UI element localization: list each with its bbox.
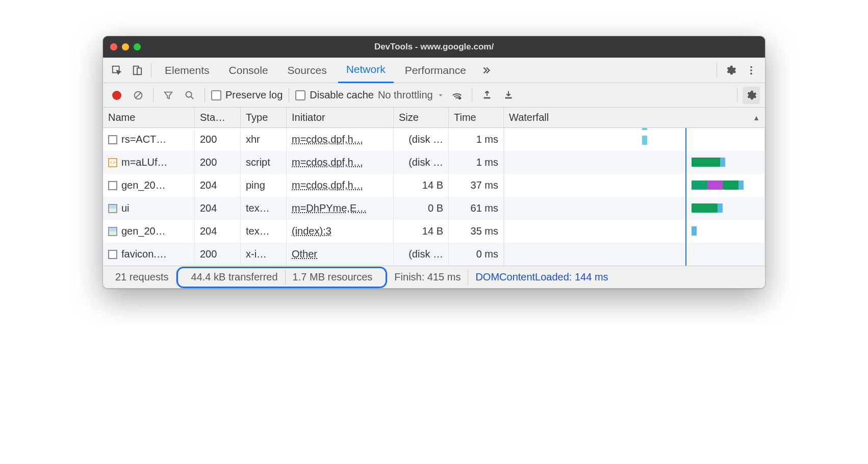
- document-file-icon: [108, 181, 117, 190]
- row-status: 204: [195, 174, 241, 197]
- image-file-icon: [108, 204, 117, 213]
- svg-point-8: [186, 91, 192, 97]
- network-table-header: Name Sta… Type Initiator Size Time Water…: [103, 108, 765, 128]
- row-size: 14 B: [394, 174, 449, 197]
- filter-icon[interactable]: [160, 87, 177, 104]
- svg-line-7: [136, 92, 141, 98]
- row-type: script: [241, 151, 287, 174]
- svg-point-3: [750, 66, 752, 68]
- row-waterfall: [504, 220, 765, 243]
- row-waterfall: [504, 128, 765, 151]
- col-type[interactable]: Type: [241, 108, 287, 127]
- table-row[interactable]: gen_20… 204 tex… (index):3 14 B 35 ms: [103, 220, 765, 243]
- disable-cache-checkbox[interactable]: Disable cache: [295, 89, 374, 101]
- row-initiator[interactable]: m=cdos,dpf,h…: [292, 179, 364, 191]
- network-table-body: rs=ACT… 200 xhr m=cdos,dpf,h… (disk … 1 …: [103, 128, 765, 266]
- inspect-element-icon[interactable]: [108, 62, 125, 79]
- divider: [289, 88, 289, 102]
- row-status: 204: [195, 197, 241, 220]
- zoom-window-button[interactable]: [134, 43, 141, 50]
- throttling-select[interactable]: No throttling: [378, 89, 444, 101]
- row-initiator[interactable]: m=DhPYme,E…: [292, 202, 367, 214]
- row-status: 200: [195, 243, 241, 266]
- kebab-menu-icon[interactable]: [743, 62, 760, 79]
- row-time: 37 ms: [449, 174, 504, 197]
- divider: [737, 88, 737, 102]
- col-name[interactable]: Name: [103, 108, 195, 127]
- row-status: 200: [195, 151, 241, 174]
- document-file-icon: [108, 250, 117, 259]
- preserve-log-checkbox[interactable]: Preserve log: [211, 89, 283, 101]
- divider: [472, 88, 472, 102]
- row-waterfall: [504, 197, 765, 220]
- table-row[interactable]: ui 204 tex… m=DhPYme,E… 0 B 61 ms: [103, 197, 765, 220]
- col-size[interactable]: Size: [394, 108, 449, 127]
- row-status: 204: [195, 220, 241, 243]
- row-initiator[interactable]: m=cdos,dpf,h…: [292, 134, 364, 145]
- row-time: 35 ms: [449, 220, 504, 243]
- col-waterfall[interactable]: Waterfall ▲: [504, 108, 765, 127]
- row-time: 1 ms: [449, 128, 504, 151]
- divider: [153, 88, 154, 102]
- row-initiator[interactable]: (index):3: [292, 225, 331, 237]
- tab-network[interactable]: Network: [338, 58, 394, 83]
- table-row[interactable]: rs=ACT… 200 xhr m=cdos,dpf,h… (disk … 1 …: [103, 128, 765, 151]
- search-icon[interactable]: [181, 87, 198, 104]
- table-row[interactable]: gen_20… 204 ping m=cdos,dpf,h… 14 B 37 m…: [103, 174, 765, 197]
- svg-line-9: [191, 96, 194, 99]
- table-row[interactable]: <>m=aLUf… 200 script m=cdos,dpf,h… (disk…: [103, 151, 765, 174]
- status-transferred: 44.4 kB transferred: [184, 270, 286, 285]
- row-type: xhr: [241, 128, 287, 151]
- row-type: tex…: [241, 197, 287, 220]
- col-time[interactable]: Time: [449, 108, 504, 127]
- row-size: (disk …: [394, 151, 449, 174]
- row-type: ping: [241, 174, 287, 197]
- devtools-tabbar: Elements Console Sources Network Perform…: [103, 58, 765, 83]
- row-name: rs=ACT…: [121, 134, 166, 145]
- row-status: 200: [195, 128, 241, 151]
- table-row[interactable]: favicon.… 200 x-i… Other (disk … 0 ms: [103, 243, 765, 266]
- row-time: 0 ms: [449, 243, 504, 266]
- record-button[interactable]: [108, 87, 125, 104]
- network-conditions-icon[interactable]: [448, 87, 466, 104]
- status-highlight: 44.4 kB transferred 1.7 MB resources: [176, 267, 388, 288]
- row-size: 14 B: [394, 220, 449, 243]
- network-settings-icon[interactable]: [743, 87, 760, 104]
- row-initiator[interactable]: Other: [292, 248, 317, 260]
- disable-cache-label: Disable cache: [310, 89, 374, 101]
- row-type: x-i…: [241, 243, 287, 266]
- tab-elements[interactable]: Elements: [157, 58, 218, 83]
- network-toolbar: Preserve log Disable cache No throttling: [103, 83, 765, 108]
- export-har-icon[interactable]: [500, 87, 517, 104]
- status-finish: Finish: 415 ms: [387, 270, 468, 285]
- row-name: m=aLUf…: [121, 157, 168, 168]
- clear-button[interactable]: [130, 87, 147, 104]
- col-status[interactable]: Sta…: [195, 108, 241, 127]
- chevron-down-icon: [437, 92, 444, 99]
- svg-point-10: [458, 96, 462, 99]
- col-initiator[interactable]: Initiator: [287, 108, 394, 127]
- divider: [151, 63, 151, 78]
- settings-icon[interactable]: [722, 62, 739, 79]
- preserve-log-label: Preserve log: [225, 89, 283, 101]
- image-file-icon: [108, 227, 117, 236]
- tab-console[interactable]: Console: [221, 58, 276, 83]
- tab-sources[interactable]: Sources: [279, 58, 335, 83]
- status-resources: 1.7 MB resources: [286, 270, 380, 285]
- device-toolbar-icon[interactable]: [129, 62, 146, 79]
- row-initiator[interactable]: m=cdos,dpf,h…: [292, 157, 364, 168]
- row-size: (disk …: [394, 128, 449, 151]
- tab-performance[interactable]: Performance: [397, 58, 474, 83]
- traffic-lights: [110, 43, 141, 50]
- svg-rect-11: [483, 97, 490, 98]
- import-har-icon[interactable]: [478, 87, 496, 104]
- svg-rect-12: [505, 97, 512, 98]
- throttling-label: No throttling: [378, 89, 433, 101]
- more-tabs-icon[interactable]: [477, 62, 495, 79]
- row-time: 61 ms: [449, 197, 504, 220]
- window-title: DevTools - www.google.com/: [103, 42, 765, 52]
- close-window-button[interactable]: [110, 43, 117, 50]
- minimize-window-button[interactable]: [122, 43, 129, 50]
- row-type: tex…: [241, 220, 287, 243]
- row-name: gen_20…: [121, 225, 166, 237]
